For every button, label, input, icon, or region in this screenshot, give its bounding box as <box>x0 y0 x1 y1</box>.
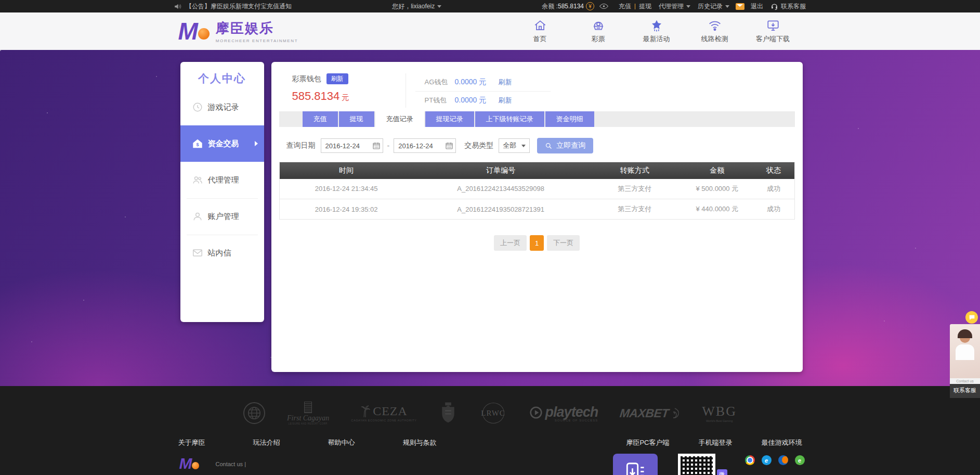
search-icon <box>545 142 553 150</box>
search-button[interactable]: 立即查询 <box>537 138 593 153</box>
next-page-button[interactable]: 下一页 <box>547 235 580 251</box>
chat-bubble-icon[interactable] <box>965 311 978 324</box>
nav-client-download[interactable]: 客户端下载 <box>744 19 802 44</box>
pt-wallet-refresh-link[interactable]: 刷新 <box>499 96 512 105</box>
divider <box>406 73 406 108</box>
nav-activity[interactable]: 最新活动 <box>628 19 686 44</box>
footer-link-mobile[interactable]: 手机端登录 <box>699 438 733 447</box>
agent-menu[interactable]: 代理管理 <box>659 2 690 11</box>
table-row: 2016-12-24 21:34:45 A_201612242134453529… <box>279 179 794 199</box>
person-icon <box>192 211 203 222</box>
pc-client-download-button[interactable] <box>613 454 658 475</box>
tab-fund-details[interactable]: 资金明细 <box>545 111 594 127</box>
brand-logo[interactable]: M 摩臣娱乐 MORECHEER ENTERTAINMENT <box>178 19 298 43</box>
recharge-link[interactable]: 充值 <box>619 2 631 11</box>
calendar-icon[interactable] <box>372 142 381 150</box>
ceza-logo: CEZA CAGAYAN ECONOMIC ZONE AUTHORITY <box>351 404 416 422</box>
firefox-icon <box>778 455 788 465</box>
nav-client-download-label: 客户端下载 <box>756 35 790 43</box>
sidebar-item-account[interactable]: 账户管理 <box>180 198 264 235</box>
wechat-badge: 微 <box>717 469 727 475</box>
wbg-logo: WBG World's Best Gaming <box>702 404 737 422</box>
type-select[interactable]: 全部 <box>499 138 530 153</box>
ag-wallet-refresh-link[interactable]: 刷新 <box>499 78 512 87</box>
widget-contact-cn[interactable]: 联系客服 <box>950 384 980 398</box>
footer-link-pc-client[interactable]: 摩臣PC客户端 <box>626 438 669 447</box>
chevron-down-icon[interactable] <box>437 5 441 8</box>
tab-recharge-records[interactable]: 充值记录 <box>375 111 424 127</box>
tab-transfer-records[interactable]: 上下级转账记录 <box>475 111 544 127</box>
refresh-balance-icon[interactable]: ¥ <box>586 2 594 10</box>
pt-wallet-label: PT钱包 <box>425 96 455 105</box>
footer-link-best-env: 最佳游戏环境 <box>762 438 802 447</box>
col-status: 状态 <box>753 162 794 179</box>
tab-withdraw[interactable]: 提现 <box>339 111 374 127</box>
main-area: 个人中心 游戏记录 $ 资金交易 代理管理 账户管理 <box>0 50 980 386</box>
logo-ball-icon <box>198 28 210 40</box>
footer-links: 关于摩臣 玩法介绍 帮助中心 规则与条款 摩臣PC客户端 手机端登录 最佳游戏环… <box>178 438 802 447</box>
col-order-no: 订单编号 <box>413 162 589 179</box>
ie-icon: e <box>762 455 772 465</box>
contact-service-link[interactable]: 联系客服 <box>781 2 806 11</box>
dragon-swirl-icon <box>670 407 680 419</box>
footer-link-about[interactable]: 关于摩臣 <box>178 438 205 447</box>
sidebar-item-label: 游戏记录 <box>208 102 239 112</box>
ag-wallet-row: AG钱包 0.0000 元 刷新 <box>415 73 551 91</box>
partner-logos: First Cagayan LEISURE AND RESORT CORP. C… <box>0 386 980 430</box>
prev-page-button[interactable]: 上一页 <box>494 235 527 251</box>
download-app-icon <box>624 461 647 475</box>
people-icon <box>192 174 203 186</box>
history-menu[interactable]: 历史记录 <box>698 2 729 11</box>
footer-link-help[interactable]: 帮助中心 <box>328 438 355 447</box>
lottery-wallet-value: 585.8134元 <box>292 89 396 103</box>
star-icon <box>650 19 663 32</box>
footer-link-howto[interactable]: 玩法介绍 <box>253 438 280 447</box>
cell-order-no: A_201612241935028721391 <box>413 199 589 220</box>
nav-home[interactable]: 首页 <box>511 19 569 44</box>
date-label: 查询日期 <box>286 141 316 150</box>
date-separator: - <box>387 142 390 150</box>
eye-icon[interactable] <box>599 3 608 9</box>
logout-link[interactable]: 退出 <box>751 2 763 11</box>
sidebar-item-mail[interactable]: 站内信 <box>180 235 264 271</box>
calendar-icon[interactable] <box>445 142 453 150</box>
sidebar-item-agent[interactable]: 代理管理 <box>180 162 264 198</box>
nav-line-check-label: 线路检测 <box>701 35 728 43</box>
nav-line-check[interactable]: 线路检测 <box>686 19 744 44</box>
pt-wallet-value: 0.0000 元 <box>455 96 499 105</box>
header: M 摩臣娱乐 MORECHEER ENTERTAINMENT 首页 彩票 最新活 <box>0 12 980 50</box>
widget-contact-en: Contact us <box>950 378 980 384</box>
announcement-text[interactable]: 【公告】摩臣娱乐新增支付宝充值通知 <box>186 2 292 11</box>
lottery-wallet-refresh-button[interactable]: 刷新 <box>326 73 348 84</box>
first-cagayan-logo: First Cagayan LEISURE AND RESORT CORP. <box>287 402 329 425</box>
cell-status: 成功 <box>753 179 794 199</box>
tab-withdraw-records[interactable]: 提现记录 <box>425 111 474 127</box>
sidebar-item-label: 账户管理 <box>208 212 239 222</box>
svg-text:$: $ <box>196 142 199 147</box>
topbar: 【公告】摩臣娱乐新增支付宝充值通知 您好，lixiaofeiz 余额 : 585… <box>0 0 980 12</box>
withdraw-link[interactable]: 提现 <box>639 2 651 11</box>
crest-logo <box>439 402 458 425</box>
tab-recharge[interactable]: 充值 <box>303 111 338 127</box>
sidebar-item-game-records[interactable]: 游戏记录 <box>180 89 264 125</box>
service-widget[interactable]: Contact us 联系客服 <box>950 311 980 398</box>
wallet-section: 彩票钱包 刷新 585.8134元 AG钱包 0.0000 元 刷新 <box>271 62 803 111</box>
cell-method: 第三方支付 <box>589 179 681 199</box>
nav-lottery[interactable]: 彩票 <box>569 19 628 44</box>
sidebar-item-funds[interactable]: $ 资金交易 <box>180 125 264 162</box>
cell-order-no: A_201612242134453529098 <box>413 179 589 199</box>
nav-activity-label: 最新活动 <box>643 35 670 43</box>
clock-icon <box>192 101 203 113</box>
query-bar: 查询日期 - 交易类型 全部 <box>279 138 795 153</box>
browser-360-icon: e <box>795 455 805 465</box>
footer-link-rules[interactable]: 规则与条款 <box>403 438 437 447</box>
mail-icon[interactable] <box>736 3 744 10</box>
type-label: 交易类型 <box>464 141 493 150</box>
col-amount: 金额 <box>681 162 753 179</box>
current-page-button[interactable]: 1 <box>530 235 544 251</box>
username-link[interactable]: lixiaofeiz <box>411 3 435 10</box>
playtech-logo: playtech SOURCE OF SUCCESS <box>529 404 598 422</box>
user-greeting: 您好，lixiaofeiz <box>392 2 441 11</box>
sidebar-item-label: 站内信 <box>208 248 231 258</box>
envelope-icon <box>192 247 203 259</box>
